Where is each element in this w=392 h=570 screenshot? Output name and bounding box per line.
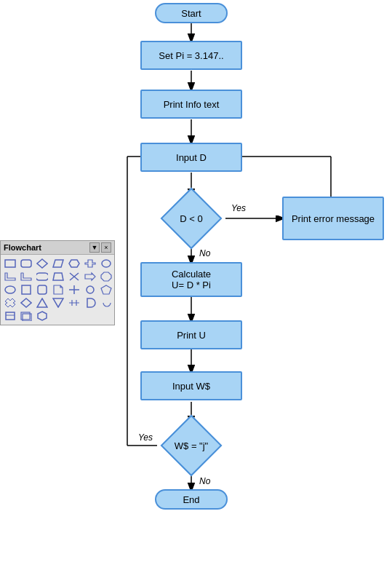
svg-rect-29 [38,285,47,294]
svg-rect-38 [6,312,15,320]
panel-close-btn[interactable]: × [101,242,111,253]
shape-stadium[interactable] [36,271,49,282]
shape-octagon[interactable] [100,271,113,282]
shape-parallelogram[interactable] [52,258,65,269]
calculate-node: Calculate U= D * Pi [140,262,242,297]
svg-rect-28 [22,285,31,294]
print-u-node: Print U [140,320,242,349]
shape-diamond[interactable] [36,258,49,269]
shape-d-shape[interactable] [84,297,97,309]
svg-marker-35 [21,298,31,307]
input-d-node: Input D [140,143,242,172]
print-u-label: Print U [177,330,206,341]
panel-dropdown-btn[interactable]: ▼ [89,242,100,253]
ws-eq-j-wrapper: W$ = "j" [155,422,228,469]
svg-marker-36 [37,298,47,307]
print-error-label: Print error message [292,213,375,224]
panel-controls: ▼ × [89,242,111,253]
shape-rounded-square[interactable] [36,284,49,296]
print-info-node: Print Info text [140,90,242,119]
svg-point-21 [102,260,111,267]
end-node: End [155,489,228,510]
shape-x[interactable] [68,271,81,282]
svg-marker-20 [69,260,79,267]
shape-hexagon[interactable] [68,258,81,269]
flowchart-panel: Flowchart ▼ × [0,240,115,325]
svg-point-32 [87,286,94,293]
no-label-1: No [199,248,211,258]
shape-circle2[interactable] [84,284,97,296]
panel-title: Flowchart [4,243,41,252]
shape-triangle[interactable] [36,297,49,309]
svg-point-27 [5,286,15,293]
shape-cross[interactable] [84,258,97,269]
shape-pentagon[interactable] [100,284,113,296]
shape-hexagon2[interactable] [36,310,49,322]
d-less-0-wrapper: D < 0 [155,195,228,242]
yes-label-2: Yes [138,432,153,443]
start-node: Start [155,3,228,23]
shape-double-rect[interactable] [20,310,33,322]
panel-header: Flowchart ▼ × [1,241,114,255]
svg-marker-26 [101,272,111,281]
shape-rounded-l[interactable] [20,271,33,282]
end-label: End [183,494,199,505]
shape-rounded-rect[interactable] [20,258,33,269]
set-pi-label: Set Pi = 3.147.. [159,50,223,61]
no-label-2: No [199,476,211,486]
svg-marker-34 [5,298,15,307]
input-ws-node: Input W$ [140,371,242,400]
start-label: Start [181,8,201,19]
calculate-label: Calculate U= D * Pi [172,269,211,290]
svg-rect-16 [5,260,15,267]
svg-rect-17 [21,260,31,267]
input-d-label: Input D [176,152,207,163]
svg-marker-19 [53,260,63,267]
shape-trapezoid[interactable] [52,271,65,282]
svg-marker-37 [53,298,63,307]
input-ws-label: Input W$ [172,381,210,392]
shape-x2[interactable] [4,297,17,309]
shape-arrow-right[interactable] [84,271,97,282]
shape-page[interactable] [52,284,65,296]
shape-square[interactable] [20,284,33,296]
shape-l[interactable] [4,271,17,282]
svg-marker-42 [38,312,47,320]
shape-box[interactable] [4,310,17,322]
shape-plus[interactable] [68,284,81,296]
panel-shapes [1,255,114,325]
shape-bracket[interactable] [68,297,81,309]
print-error-node: Print error message [282,197,384,240]
svg-marker-22 [53,273,63,280]
shape-triangle-down[interactable] [52,297,65,309]
svg-marker-25 [85,273,95,280]
set-pi-node: Set Pi = 3.147.. [140,41,242,70]
shape-oval[interactable] [4,284,17,296]
shape-kite[interactable] [20,297,33,309]
svg-marker-33 [101,285,111,294]
shape-rectangle[interactable] [4,258,17,269]
svg-marker-18 [37,259,47,268]
yes-label-1: Yes [231,203,246,213]
shape-moon[interactable] [100,297,113,309]
shape-circle[interactable] [100,258,113,269]
print-info-label: Print Info text [164,99,220,110]
